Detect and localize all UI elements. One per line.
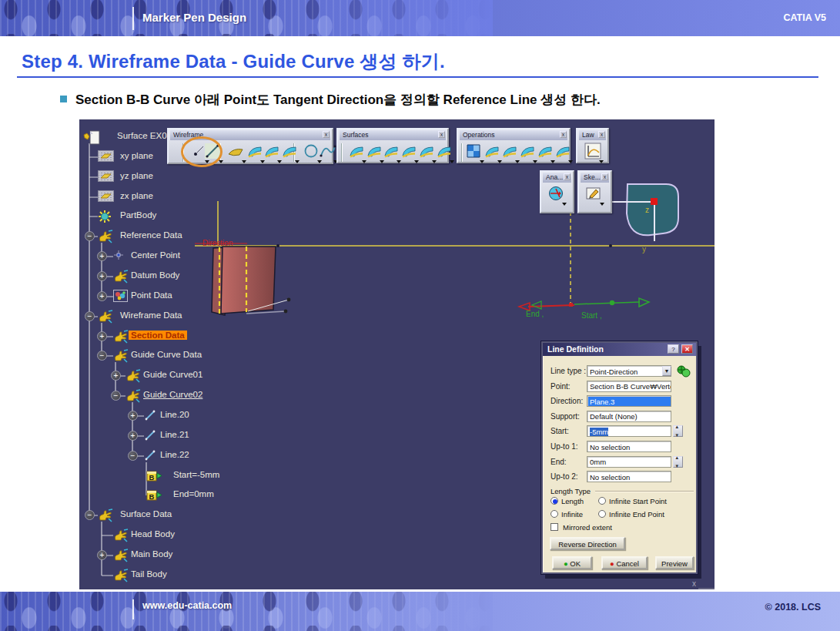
tree-item-label[interactable]: Guide Curve02 <box>141 390 205 399</box>
field-label: Direction: <box>551 397 583 405</box>
radio-infinite-start-point[interactable] <box>598 497 606 505</box>
toolbar-title[interactable]: Operations <box>460 130 567 140</box>
toolbar-close-icon[interactable]: x <box>560 131 567 138</box>
toolbar-title[interactable]: Surfaces <box>340 130 446 140</box>
sketcher-icon[interactable] <box>585 185 604 203</box>
tree-item-label[interactable]: Reference Data <box>118 230 185 240</box>
line-type-gear-icon[interactable] <box>675 364 692 381</box>
footer-site[interactable]: www.edu-catia.com <box>142 600 232 611</box>
tree-item-label[interactable]: Line.21 <box>158 430 192 439</box>
cancel-button[interactable]: ● Cancel <box>601 556 648 569</box>
tree-expander[interactable]: + <box>128 431 138 441</box>
text-field[interactable]: No selection <box>587 471 671 482</box>
text-field[interactable]: No selection <box>587 441 671 452</box>
join-icon[interactable] <box>465 143 484 161</box>
tree-expander[interactable]: + <box>97 271 107 281</box>
ok-button[interactable]: ● OK <box>552 556 592 569</box>
tree-item-label[interactable]: End=0mm <box>171 489 216 498</box>
tree-item-label[interactable]: Main Body <box>129 549 175 559</box>
tree-expander[interactable]: + <box>97 550 107 560</box>
analysis-icon[interactable] <box>547 185 566 203</box>
tree-item-label[interactable]: Line.22 <box>158 450 192 459</box>
combine-icon[interactable] <box>263 143 281 161</box>
tree-item-label[interactable]: Surface Data <box>118 509 174 519</box>
revolve-icon[interactable] <box>365 143 383 161</box>
trim-icon[interactable] <box>536 143 554 161</box>
tree-item-label[interactable]: Wireframe Data <box>118 310 185 320</box>
tree-item-label[interactable]: Section Data <box>129 331 187 340</box>
tree-expander[interactable]: − <box>85 311 95 321</box>
toolbar-close-icon[interactable]: x <box>601 173 608 180</box>
line-type-combo[interactable]: Point-Direction <box>587 365 671 377</box>
tree-expander[interactable]: + <box>97 331 107 341</box>
tree-expander[interactable]: + <box>111 371 121 381</box>
tree-expander[interactable]: + <box>128 411 138 421</box>
radio-infinite[interactable] <box>551 510 558 518</box>
toolbar-ana: Ana...x <box>540 170 574 213</box>
text-field[interactable]: Section B-B Curve₩Verte: <box>587 381 671 392</box>
text-field[interactable]: Default (None) <box>587 411 671 422</box>
spinner-control[interactable] <box>673 456 683 468</box>
geoset-icon <box>113 270 129 287</box>
fill-icon[interactable] <box>435 143 453 161</box>
tree-expander[interactable]: − <box>85 231 95 241</box>
tree-item-label[interactable]: Tail Body <box>129 569 169 579</box>
tree-item-label[interactable]: Guide Curve Data <box>129 350 204 359</box>
sphere-icon[interactable] <box>382 143 400 161</box>
parameter-icon: B <box>146 469 162 485</box>
start-field[interactable]: -5mm <box>587 425 671 437</box>
plane-icon <box>98 190 114 205</box>
toolbar-close-icon[interactable]: x <box>323 131 330 138</box>
tree-expander[interactable]: + <box>97 251 107 261</box>
tree-item-label[interactable]: Guide Curve01 <box>141 370 205 379</box>
plane-surface-icon[interactable] <box>227 143 246 161</box>
reflect-line-icon[interactable] <box>280 143 299 161</box>
tree-expander[interactable]: − <box>111 391 121 401</box>
tree-item-label[interactable]: Surface EX08 <box>115 131 174 140</box>
healing-icon[interactable] <box>483 143 501 161</box>
offset-icon[interactable] <box>400 143 418 161</box>
svg-text:y: y <box>642 245 646 253</box>
mirrored-extent-checkbox[interactable] <box>551 523 558 531</box>
end-field[interactable]: 0mm <box>587 456 671 468</box>
split-icon[interactable] <box>518 143 537 161</box>
toolbar-ske: Ske...x <box>577 170 612 213</box>
projection-icon[interactable] <box>246 143 264 161</box>
spline-icon[interactable] <box>319 143 337 161</box>
tree-item-label[interactable]: Head Body <box>129 529 177 539</box>
reverse-direction-button[interactable]: Reverse Direction <box>550 537 625 550</box>
preview-button[interactable]: Preview <box>655 556 694 569</box>
toolbar-close-icon[interactable]: x <box>438 131 445 138</box>
tree-item-label[interactable]: Start=-5mm <box>171 470 222 479</box>
svg-text:B: B <box>149 473 155 482</box>
spinner-control[interactable] <box>673 425 683 437</box>
extract-icon[interactable] <box>554 143 572 161</box>
tree-item-label[interactable]: Point Data <box>129 290 175 300</box>
tree-item-label[interactable]: PartBody <box>118 210 159 220</box>
tree-item-label[interactable]: zx plane <box>118 191 156 200</box>
help-button[interactable]: ? <box>668 344 679 354</box>
tree-expander[interactable]: − <box>128 451 138 461</box>
extrude-icon[interactable] <box>347 143 366 161</box>
root-part-icon <box>83 130 102 149</box>
tree-expander[interactable]: − <box>97 351 107 361</box>
toolbar-close-icon[interactable]: x <box>564 173 571 180</box>
tree-item-label[interactable]: xy plane <box>118 151 156 160</box>
tree-expander[interactable]: + <box>97 291 107 301</box>
untrim-icon[interactable] <box>500 143 519 161</box>
title-underline <box>17 76 818 78</box>
tree-item-label[interactable]: Datum Body <box>129 270 182 280</box>
toolbar-close-icon[interactable]: x <box>598 131 605 138</box>
direction-field[interactable]: Plane.3 <box>587 395 671 407</box>
close-button[interactable]: ✕ <box>681 344 693 354</box>
highlight-ellipse <box>181 136 223 167</box>
law-icon[interactable] <box>584 143 603 161</box>
tree-item-label[interactable]: Center Point <box>129 250 182 260</box>
radio-length[interactable] <box>551 497 558 505</box>
tree-item-label[interactable]: Line.20 <box>158 410 192 419</box>
tree-expander[interactable]: − <box>85 510 95 520</box>
chevron-down-icon[interactable]: ▼ <box>662 366 671 376</box>
sweep-icon[interactable] <box>417 143 436 161</box>
tree-item-label[interactable]: yz plane <box>118 171 156 180</box>
radio-infinite-end-point[interactable] <box>598 510 606 518</box>
